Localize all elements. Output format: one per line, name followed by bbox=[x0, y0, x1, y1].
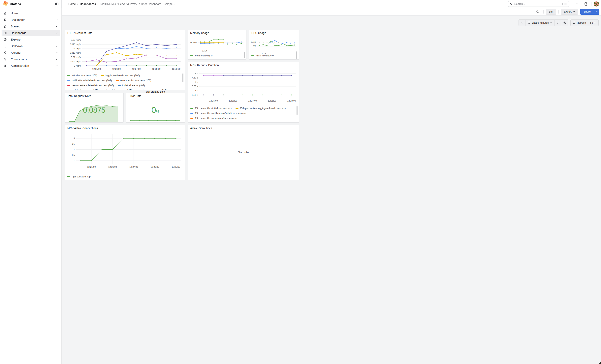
grafana-logo-icon[interactable] bbox=[3, 1, 8, 7]
legend-item[interactable]: tools/call - success (200) bbox=[67, 89, 98, 90]
legend-item[interactable]: 95th percentile - resources/list - succe… bbox=[190, 117, 237, 120]
svg-text:4.50 s: 4.50 s bbox=[192, 77, 198, 79]
sidebar-item-drilldown[interactable]: Drilldown bbox=[2, 43, 60, 49]
memory-legend: fetch-telemetry-0 bbox=[190, 53, 242, 59]
panel-title[interactable]: Active Goroutines bbox=[190, 127, 212, 130]
legend-item[interactable]: unknown - success (200) bbox=[136, 89, 167, 90]
legend-swatch bbox=[67, 80, 70, 81]
svg-text:4 s: 4 s bbox=[195, 81, 198, 83]
breadcrumb-dashboards[interactable]: Dashboards bbox=[80, 2, 96, 6]
legend-item[interactable]: 95th percentile - resources/templates/li… bbox=[190, 122, 248, 122]
legend-item[interactable]: resources/list - success (200) bbox=[116, 79, 151, 82]
svg-text:2: 2 bbox=[73, 148, 75, 151]
legend-item[interactable]: - (streamable-http) bbox=[67, 175, 91, 178]
svg-text:12:25:00: 12:25:00 bbox=[87, 166, 96, 168]
legend-item[interactable]: fetch-telemetry-0 bbox=[251, 54, 274, 57]
mcp-request-duration-chart: 2.50 s3 s3.50 s4 s4.50 s5 s12:25:0012:26… bbox=[189, 68, 297, 106]
top-bar: Grafana Home › Dashboards › ToolHive MCP… bbox=[0, 0, 300, 8]
legend-scrollbar[interactable] bbox=[297, 106, 298, 115]
svg-text:12:27:00: 12:27:00 bbox=[129, 166, 138, 168]
panel-mcp-active-connections[interactable]: MCP Active Connections 11.522.5312:25:00… bbox=[65, 125, 185, 180]
sidebar-item-starred[interactable]: Starred bbox=[2, 23, 60, 30]
svg-text:12:26:00: 12:26:00 bbox=[112, 68, 121, 70]
legend-scrollbar[interactable] bbox=[244, 52, 245, 58]
svg-text:12:28:00: 12:28:00 bbox=[268, 99, 276, 102]
legend-label: tools/call - error (404) bbox=[122, 84, 145, 87]
panel-total-request-rate[interactable]: Total Request Rate 0.0875 bbox=[65, 93, 124, 123]
legend-item[interactable]: 95th percentile - initialize - success bbox=[190, 107, 231, 110]
panel-title[interactable]: MCP Request Duration bbox=[190, 64, 219, 67]
dashboard-toolbar: Edit Export Share bbox=[62, 8, 300, 16]
legend-label: 95th percentile - logging/setLevel - suc… bbox=[240, 107, 286, 110]
panel-title[interactable]: MCP Active Connections bbox=[67, 127, 98, 130]
svg-text:1: 1 bbox=[73, 159, 75, 162]
panel-active-goroutines[interactable]: Active Goroutines No data bbox=[188, 125, 299, 180]
legend-label: unknown - success (200) bbox=[140, 89, 167, 90]
svg-text:12:28:00: 12:28:00 bbox=[150, 166, 159, 168]
panel-cpu-usage[interactable]: CPU Usage 0.2%0%12:25 fetch-telemetry-0 bbox=[249, 30, 299, 59]
breadcrumb-separator-icon: › bbox=[98, 2, 98, 5]
legend-label: fetch-telemetry-0 bbox=[256, 54, 274, 57]
legend-item[interactable]: 95th percentile - notifications/initiali… bbox=[190, 112, 246, 115]
chevron-down-icon bbox=[55, 58, 58, 60]
legend-item[interactable]: initialize - success (200) bbox=[67, 74, 97, 77]
panel-title[interactable]: HTTP Request Rate bbox=[67, 31, 92, 35]
legend-item[interactable]: resources/templates/list - success (200) bbox=[67, 84, 114, 87]
panel-mcp-request-duration[interactable]: MCP Request Duration 2.50 s3 s3.50 s4 s4… bbox=[188, 62, 299, 123]
legend-swatch bbox=[190, 55, 193, 56]
svg-text:5 s: 5 s bbox=[195, 72, 198, 75]
legend-item[interactable]: tools/call - error (404) bbox=[118, 84, 145, 87]
panel-title[interactable]: Memory Usage bbox=[190, 31, 209, 35]
svg-text:2.5: 2.5 bbox=[72, 143, 75, 145]
legend-item[interactable]: logging/setLevel - success (200) bbox=[101, 74, 140, 77]
panel-memory-usage[interactable]: Memory Usage 16 MiB12:25 fetch-telemetry… bbox=[188, 30, 246, 59]
nav-sidebar: Home Bookmarks Starred Dashboards Explor… bbox=[0, 8, 62, 182]
svg-text:12:27:00: 12:27:00 bbox=[132, 68, 141, 70]
cpu-legend: fetch-telemetry-0 bbox=[251, 53, 295, 59]
panel-title[interactable]: CPU Usage bbox=[251, 31, 266, 35]
breadcrumb-separator-icon: › bbox=[77, 2, 78, 5]
sidebar-item-alerting[interactable]: Alerting bbox=[2, 49, 60, 56]
brand-section: Grafana bbox=[0, 0, 62, 8]
sidebar-toggle-icon[interactable] bbox=[55, 2, 59, 6]
legend-swatch bbox=[67, 85, 70, 86]
sidebar-item-explore[interactable]: Explore bbox=[2, 36, 60, 43]
sidebar-item-connections[interactable]: Connections bbox=[2, 56, 60, 62]
svg-text:0.2%: 0.2% bbox=[251, 41, 256, 43]
svg-text:12:29:00: 12:29:00 bbox=[172, 68, 180, 70]
bell-icon bbox=[4, 51, 7, 54]
breadcrumb: Home › Dashboards › ToolHive MCP Server … bbox=[68, 2, 175, 6]
sidebar-item-home[interactable]: Home bbox=[2, 10, 60, 17]
panel-http-request-rate[interactable]: HTTP Request Rate 0 req/s0.005 req/s0.01… bbox=[65, 30, 185, 90]
legend-label: tools/call - success (200) bbox=[72, 89, 98, 90]
dashboard-canvas: Last 5 minutes Refresh bbox=[62, 16, 300, 182]
home-icon bbox=[4, 12, 7, 15]
bookmark-icon bbox=[4, 18, 7, 21]
legend-scrollbar[interactable] bbox=[182, 73, 183, 82]
sidebar-item-administration[interactable]: Administration bbox=[2, 62, 60, 69]
legend-item[interactable]: tools/list - success (200) bbox=[102, 89, 132, 90]
sidebar-item-dashboards[interactable]: Dashboards bbox=[2, 30, 60, 36]
connections-icon bbox=[4, 58, 7, 61]
legend-item[interactable]: notifications/initialized - success (202… bbox=[67, 79, 112, 82]
legend-scrollbar[interactable] bbox=[296, 51, 297, 59]
mcp-active-connections-chart: 11.522.5312:25:0012:26:0012:27:0012:28:0… bbox=[66, 131, 182, 174]
legend-item[interactable]: fetch-telemetry-0 bbox=[190, 54, 212, 57]
legend-label: tools/list - success (200) bbox=[106, 89, 132, 90]
svg-text:12:28:00: 12:28:00 bbox=[152, 68, 160, 70]
chevron-down-icon bbox=[55, 19, 58, 21]
legend-swatch bbox=[190, 108, 193, 109]
panel-error-rate[interactable]: Error Rate otel-grafana-dark 0% bbox=[126, 93, 185, 123]
legend-label: resources/list - success (200) bbox=[120, 79, 151, 82]
sidebar-item-bookmarks[interactable]: Bookmarks bbox=[2, 17, 60, 23]
legend-label: initialize - success (200) bbox=[72, 74, 97, 77]
breadcrumb-current: ToolHive MCP Server & Proxy Runner Dashb… bbox=[100, 2, 175, 6]
legend-label: 95th percentile - notifications/initiali… bbox=[195, 112, 246, 115]
svg-text:12:26:00: 12:26:00 bbox=[108, 166, 117, 168]
legend-item[interactable]: 95th percentile - logging/setLevel - suc… bbox=[236, 107, 286, 110]
drilldown-icon bbox=[4, 45, 7, 48]
duration-legend: 95th percentile - initialize - success95… bbox=[190, 106, 295, 122]
breadcrumb-home[interactable]: Home bbox=[68, 2, 76, 6]
legend-label: notifications/initialized - success (202… bbox=[72, 79, 112, 82]
svg-text:0 req/s: 0 req/s bbox=[74, 65, 81, 67]
